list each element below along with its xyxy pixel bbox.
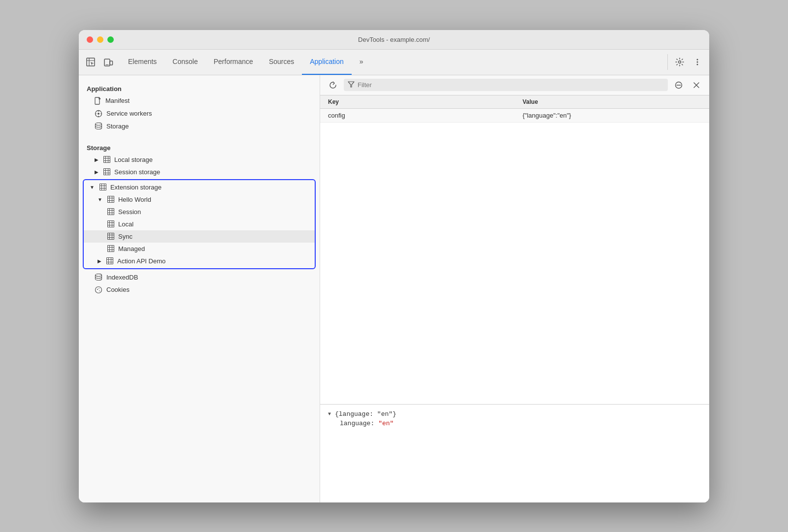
sidebar-item-service-workers[interactable]: Service workers — [79, 107, 320, 120]
close-filter-button[interactable] — [690, 78, 703, 92]
col-value: Value — [515, 95, 709, 109]
local-storage-label: Local storage — [114, 156, 153, 163]
detail-chevron-icon: ▼ — [328, 411, 331, 417]
filter-input-wrap — [344, 79, 668, 91]
svg-rect-39 — [108, 209, 114, 215]
svg-rect-44 — [108, 221, 114, 227]
toolbar-left-icons — [83, 54, 116, 70]
tab-console[interactable]: Console — [164, 50, 205, 75]
filter-input[interactable] — [358, 81, 664, 89]
refresh-button[interactable] — [326, 78, 340, 92]
table-row[interactable]: config {"language":"en"} — [320, 108, 709, 122]
svg-rect-29 — [99, 184, 106, 190]
device-toggle-button[interactable] — [100, 54, 116, 70]
clear-filter-button[interactable] — [672, 78, 686, 92]
hello-world-label: Hello World — [118, 196, 151, 203]
sidebar-item-session-storage[interactable]: Session storage — [79, 166, 320, 178]
device-icon — [103, 57, 113, 67]
tab-performance[interactable]: Performance — [206, 50, 261, 75]
sidebar-item-manifest[interactable]: Manifest — [79, 94, 320, 107]
grid-icon-sync — [107, 233, 114, 240]
filter-bar — [320, 75, 709, 95]
sidebar-item-session[interactable]: Session — [84, 206, 315, 218]
extension-storage-label: Extension storage — [110, 184, 162, 191]
tab-more[interactable]: » — [352, 50, 371, 75]
svg-point-66 — [97, 289, 98, 290]
sync-label: Sync — [118, 233, 132, 240]
local-label: Local — [118, 220, 133, 228]
gear-icon — [675, 58, 684, 66]
section-title-application: Application — [79, 81, 320, 94]
svg-point-65 — [96, 286, 102, 293]
svg-rect-24 — [104, 169, 110, 175]
detail-child-line: language: "en" — [340, 420, 701, 427]
session-storage-label: Session storage — [114, 168, 160, 176]
indexeddb-label: IndexedDB — [106, 274, 138, 281]
sidebar-item-sync[interactable]: Sync — [84, 230, 315, 243]
refresh-icon — [329, 81, 337, 89]
svg-point-64 — [96, 274, 102, 277]
db-icon-indexed — [95, 274, 102, 281]
close-button[interactable] — [87, 36, 93, 43]
main-content: Application Manifest — [79, 75, 709, 502]
tab-elements[interactable]: Elements — [120, 50, 164, 75]
svg-rect-34 — [107, 196, 114, 203]
cell-value: {"language":"en"} — [515, 108, 709, 122]
svg-rect-5 — [110, 61, 113, 65]
kebab-icon — [693, 58, 702, 66]
toolbar-right — [667, 54, 705, 70]
sidebar-item-indexeddb[interactable]: IndexedDB — [79, 271, 320, 283]
col-key: Key — [320, 95, 515, 109]
detail-root-label: {language: "en"} — [335, 410, 396, 418]
filter-clear-controls — [672, 78, 703, 92]
data-table: Key Value config {"language":"en"} — [320, 95, 709, 123]
sidebar-item-local[interactable]: Local — [84, 218, 315, 230]
file-icon — [95, 97, 101, 105]
svg-point-68 — [98, 288, 99, 289]
tab-sources[interactable]: Sources — [261, 50, 302, 75]
section-title-storage: Storage — [79, 140, 320, 154]
tab-application[interactable]: Application — [302, 50, 352, 75]
sidebar-item-extension-storage[interactable]: Extension storage — [84, 181, 315, 193]
sidebar-item-hello-world[interactable]: Hello World — [84, 193, 315, 206]
sidebar-item-managed[interactable]: Managed — [84, 243, 315, 255]
service-workers-icon — [95, 110, 102, 118]
extension-storage-group: Extension storage Hello Worl — [83, 179, 316, 269]
detail-child-value: "en" — [378, 420, 394, 427]
chevron-right-icon-2 — [95, 169, 98, 175]
storage-icon — [95, 123, 102, 129]
grid-icon-managed — [107, 245, 114, 252]
devtools-window: DevTools - example.com/ — [79, 30, 709, 502]
grid-icon-local2 — [107, 220, 114, 227]
chevron-down-icon-hw — [98, 197, 102, 202]
sidebar: Application Manifest — [79, 75, 320, 502]
managed-label: Managed — [118, 245, 145, 252]
detail-child-key: language: — [340, 420, 374, 427]
sidebar-item-storage[interactable]: Storage — [79, 120, 320, 132]
svg-rect-49 — [108, 233, 114, 240]
cell-key: config — [320, 108, 515, 122]
svg-point-7 — [679, 61, 681, 63]
filter-icon — [348, 81, 355, 89]
detail-area: ▼ {language: "en"} language: "en" — [320, 404, 709, 502]
sidebar-item-action-api-demo[interactable]: Action API Demo — [84, 255, 315, 267]
action-api-demo-label: Action API Demo — [117, 257, 165, 265]
maximize-button[interactable] — [107, 36, 114, 43]
manifest-label: Manifest — [105, 97, 130, 104]
grid-icon-hw — [107, 196, 114, 203]
svg-point-67 — [99, 290, 100, 291]
detail-children: language: "en" — [328, 420, 701, 427]
svg-rect-59 — [107, 258, 113, 264]
sidebar-item-local-storage[interactable]: Local storage — [79, 154, 320, 166]
chevron-right-icon — [95, 157, 98, 162]
settings-button[interactable] — [672, 54, 688, 70]
service-workers-label: Service workers — [106, 110, 152, 117]
grid-icon-session2 — [107, 208, 114, 215]
chevron-down-icon — [90, 185, 95, 190]
svg-point-10 — [697, 64, 698, 65]
more-options-button[interactable] — [690, 54, 705, 70]
cookie-icon — [95, 286, 102, 294]
sidebar-item-cookies[interactable]: Cookies — [79, 283, 320, 296]
inspect-element-button[interactable] — [83, 54, 98, 70]
minimize-button[interactable] — [97, 36, 103, 43]
